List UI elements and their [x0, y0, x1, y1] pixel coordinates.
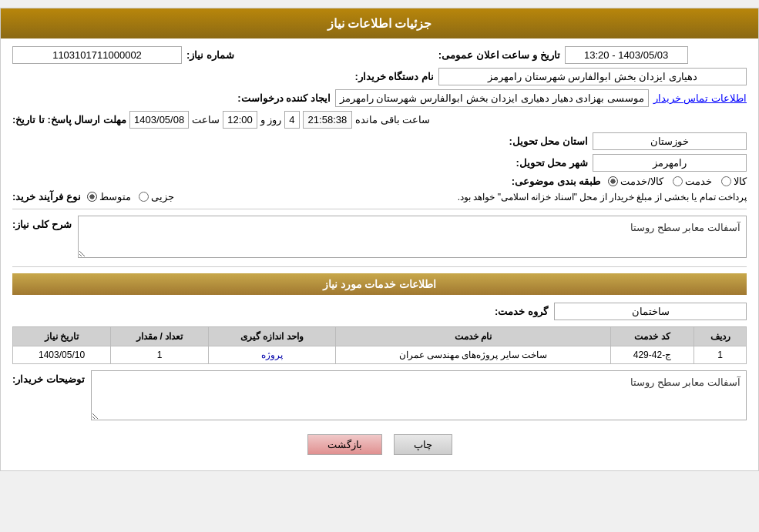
col-date: تاریخ نیاز: [13, 327, 111, 346]
col-qty: تعداد / مقدار: [111, 327, 209, 346]
procedure-row: نوع فرآیند خرید: متوسط جزیی پرداخت تمام …: [12, 191, 747, 202]
buttons-row: چاپ بازگشت: [12, 434, 747, 455]
contact-info-link[interactable]: اطلاعات تماس خریدار: [653, 92, 747, 104]
procedure-options: متوسط جزیی: [87, 191, 174, 202]
buyer-org-label: نام دستگاه خریدار:: [354, 71, 434, 82]
category-kala-radio[interactable]: [721, 176, 731, 186]
deadline-row: مهلت ارسال پاسخ: تا تاریخ: 1403/05/08 سا…: [12, 111, 747, 129]
category-kala: کالا: [721, 176, 747, 187]
category-row: طبقه بندی موضوعی: کالا/خدمت خدمت کالا: [12, 176, 747, 187]
category-options: کالا/خدمت خدمت کالا: [608, 176, 747, 187]
procedure-mutawasit-radio[interactable]: [87, 192, 97, 202]
services-section-title: اطلاعات خدمات مورد نیاز: [12, 273, 747, 295]
category-kala-label: کالا: [734, 176, 747, 187]
table-row: 1 ج-42-429 ساخت سایر پروژه‌های مهندسی عم…: [13, 346, 747, 364]
cell-row: 1: [694, 346, 747, 364]
procedure-mutawasit: متوسط: [87, 191, 131, 202]
buyer-description-label: توضیحات خریدار:: [12, 373, 85, 385]
deadline-day-label: روز و: [260, 114, 282, 125]
creator-label: ایجاد کننده درخواست:: [237, 92, 331, 104]
category-khidmat: خدمت: [673, 176, 712, 187]
need-number-row: شماره نیاز: 1103101711000002 1403/05/03 …: [12, 46, 747, 64]
cell-quantity: 1: [111, 346, 209, 364]
city-label: شهر محل تحویل:: [516, 157, 588, 169]
col-unit: واحد اندازه گیری: [209, 327, 336, 346]
need-number-value: 1103101711000002: [12, 46, 182, 64]
col-code: کد خدمت: [610, 327, 694, 346]
creator-row: ایجاد کننده درخواست: موسسی بهزادی دهیار …: [12, 89, 747, 107]
divider-1: [12, 209, 747, 209]
buyer-description-value: آسفالت معابر سطح روستا: [630, 376, 741, 388]
category-khidmat-label: خدمت: [685, 176, 712, 187]
announce-datetime-label: تاریخ و ساعت اعلان عمومی:: [438, 49, 560, 61]
deadline-time: 12:00: [223, 111, 257, 129]
print-button[interactable]: چاپ: [394, 434, 452, 455]
creator-value: موسسی بهزادی دهیار دهیاری ایزدان بخش ابو…: [335, 89, 649, 107]
content-area: شماره نیاز: 1103101711000002 1403/05/03 …: [1, 38, 758, 470]
description-label: شرح کلی نیاز:: [12, 219, 72, 230]
procedure-mutawasit-label: متوسط: [99, 191, 131, 202]
services-table: ردیف کد خدمت نام خدمت واحد اندازه گیری ت…: [12, 326, 747, 364]
deadline-remaining-label: ساعت باقی مانده: [355, 114, 430, 125]
procedure-juzyi-radio[interactable]: [139, 192, 149, 202]
divider-2: [12, 266, 747, 267]
service-group-label: گروه خدمت:: [495, 306, 548, 317]
category-khidmat-radio[interactable]: [673, 176, 683, 186]
buyer-org-value: دهیاری ایزدان بخش ابوالفارس شهرستان رامه…: [438, 68, 747, 85]
description-area: آسفالت معابر سطح روستا: [78, 216, 747, 260]
page-title: جزئیات اطلاعات نیاز: [1, 8, 758, 38]
province-label: استان محل تحویل:: [509, 136, 588, 147]
deadline-label: مهلت ارسال پاسخ: تا تاریخ:: [12, 114, 126, 125]
services-table-header-row: ردیف کد خدمت نام خدمت واحد اندازه گیری ت…: [13, 327, 747, 346]
back-button[interactable]: بازگشت: [307, 434, 382, 455]
procedure-note: پرداخت تمام یا بخشی از مبلغ خریدار از مح…: [180, 192, 747, 202]
city-value: رامهرمز: [593, 154, 747, 172]
procedure-juzyi: جزیی: [139, 191, 174, 202]
city-row: شهر محل تحویل: رامهرمز: [12, 154, 747, 172]
page-wrapper: جزئیات اطلاعات نیاز شماره نیاز: 11031017…: [0, 8, 759, 471]
procedure-juzyi-label: جزیی: [151, 191, 174, 202]
col-row: ردیف: [694, 327, 747, 346]
deadline-remaining: 21:58:38: [303, 111, 353, 129]
cell-unit: پروژه: [209, 346, 336, 364]
category-kala-khidmat: کالا/خدمت: [608, 176, 663, 187]
category-kala-khidmat-label: کالا/خدمت: [620, 176, 663, 187]
description-value: آسفالت معابر سطح روستا: [630, 222, 741, 233]
cell-code: ج-42-429: [610, 346, 694, 364]
province-value: خوزستان: [593, 132, 747, 150]
buyer-org-row: نام دستگاه خریدار: دهیاری ایزدان بخش ابو…: [12, 68, 747, 85]
announce-datetime-value: 1403/05/03 - 13:20: [565, 46, 688, 64]
description-row: شرح کلی نیاز: آسفالت معابر سطح روستا: [12, 216, 747, 260]
deadline-date: 1403/05/08: [129, 111, 189, 129]
service-group-row: گروه خدمت: ساختمان: [12, 303, 747, 320]
service-group-value: ساختمان: [554, 303, 747, 320]
category-kala-khidmat-radio[interactable]: [608, 176, 618, 186]
province-row: استان محل تحویل: خوزستان: [12, 132, 747, 150]
buyer-description-area: آسفالت معابر سطح روستا: [91, 370, 747, 423]
need-number-label: شماره نیاز:: [186, 49, 234, 61]
category-label: طبقه بندی موضوعی:: [512, 176, 601, 187]
deadline-days: 4: [284, 111, 299, 129]
cell-name: ساخت سایر پروژه‌های مهندسی عمران: [335, 346, 610, 364]
cell-date: 1403/05/10: [13, 346, 111, 364]
col-name: نام خدمت: [335, 327, 610, 346]
procedure-label: نوع فرآیند خرید:: [12, 191, 81, 202]
deadline-time-label: ساعت: [192, 114, 220, 125]
buyer-description-row: توضیحات خریدار: آسفالت معابر سطح روستا: [12, 370, 747, 423]
